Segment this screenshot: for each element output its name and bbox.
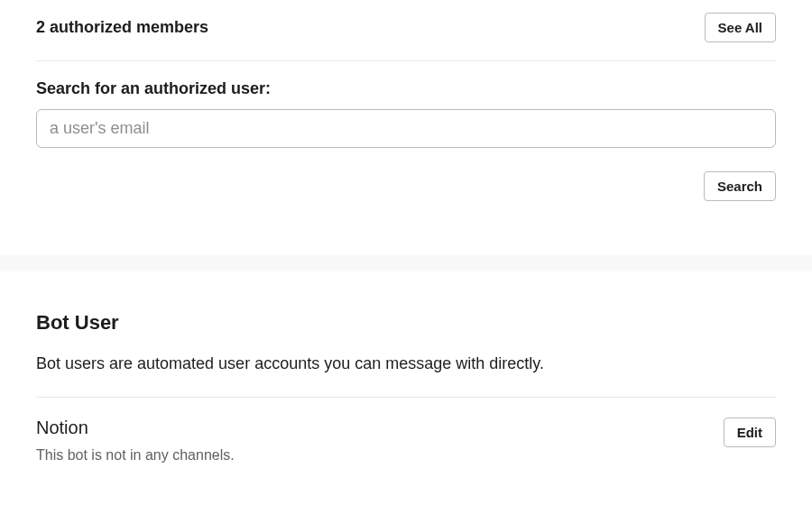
bot-name: Notion [36, 418, 235, 438]
bot-user-section: Bot User Bot users are automated user ac… [0, 271, 812, 464]
authorized-members-section: 2 authorized members See All Search for … [0, 0, 812, 201]
section-divider [0, 255, 812, 271]
bot-user-description: Bot users are automated user accounts yo… [36, 354, 776, 398]
search-button[interactable]: Search [704, 171, 776, 201]
members-header: 2 authorized members See All [36, 13, 776, 61]
search-label: Search for an authorized user: [36, 79, 776, 98]
bot-item-info: Notion This bot is not in any channels. [36, 418, 235, 464]
edit-button[interactable]: Edit [724, 418, 776, 447]
bot-user-title: Bot User [36, 311, 776, 335]
members-title: 2 authorized members [36, 18, 208, 37]
see-all-button[interactable]: See All [705, 13, 776, 42]
search-action-row: Search [36, 171, 776, 201]
search-input[interactable] [36, 109, 776, 148]
search-block: Search for an authorized user: Search [36, 61, 776, 201]
bot-status: This bot is not in any channels. [36, 447, 235, 464]
bot-item-row: Notion This bot is not in any channels. … [36, 398, 776, 464]
